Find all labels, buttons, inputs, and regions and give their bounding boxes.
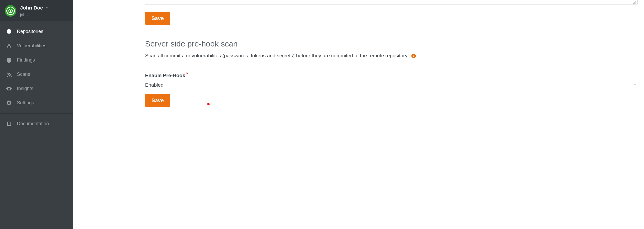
sidebar-item-settings[interactable]: Settings [0,96,73,110]
main-content: Save Server side pre-hook scan Scan all … [73,0,644,229]
sidebar: John Doe john Repositories Vulnerabiliti… [0,0,73,229]
user-names: John Doe john [20,5,49,17]
content-column: Save Server side pre-hook scan Scan all … [145,0,638,107]
sidebar-item-label: Vulnerabilities [17,43,46,49]
section-description-prehook: Scan all commits for vulnerabilites (pas… [145,52,638,60]
sidebar-item-label: Findings [17,57,35,63]
required-marker: * [186,72,188,76]
divider [0,113,73,114]
database-icon [6,29,12,35]
description-text: Scan all commits for vulnerabilites (pas… [145,53,409,58]
chevron-down-icon [45,5,49,11]
annotation-arrow [174,101,211,107]
svg-marker-12 [634,85,636,86]
sidebar-nav: Repositories Vulnerabilities Findings Sc… [0,21,73,131]
svg-rect-3 [9,59,9,59]
warning-icon [6,43,12,49]
svg-rect-2 [9,60,9,61]
user-menu[interactable]: John Doe john [0,0,73,21]
field-label-text: Enable Pre-Hook [145,73,185,78]
field-enable-prehook: Enable Pre-Hook * Enabled Save [145,73,638,107]
sidebar-item-vulnerabilities[interactable]: Vulnerabilities [0,39,73,53]
sidebar-item-label: Settings [17,100,34,106]
username-text: john [20,12,49,17]
user-display-name: John Doe [20,5,49,11]
info-icon [6,57,12,63]
sidebar-item-documentation[interactable]: Documentation [0,117,73,131]
save-button-prehook[interactable]: Save [145,94,170,107]
sidebar-item-repositories[interactable]: Repositories [0,25,73,39]
display-name-text: John Doe [20,5,43,11]
textarea-previous[interactable] [145,0,638,5]
sidebar-item-label: Insights [17,86,33,91]
svg-rect-10 [413,55,414,57]
avatar [5,5,16,17]
svg-rect-11 [413,55,414,55]
sidebar-item-insights[interactable]: Insights [0,82,73,96]
field-label-enable-prehook: Enable Pre-Hook * [145,73,188,78]
gear-icon [6,100,12,106]
eye-icon [6,86,12,92]
info-circle-icon[interactable] [411,53,416,59]
section-heading-prehook: Server side pre-hook scan [145,39,638,48]
rss-icon [6,72,12,77]
save-button-top[interactable]: Save [145,12,170,25]
resize-grip-icon[interactable] [633,0,636,4]
sidebar-item-label: Repositories [17,29,43,34]
caret-down-icon [633,82,637,88]
sidebar-item-scans[interactable]: Scans [0,67,73,82]
sidebar-item-findings[interactable]: Findings [0,53,73,67]
sidebar-item-label: Scans [17,72,30,77]
svg-marker-5 [207,103,211,105]
svg-line-8 [636,3,636,4]
select-value: Enabled [145,82,164,88]
enable-prehook-select[interactable]: Enabled [145,82,638,88]
sidebar-item-label: Documentation [17,121,49,127]
divider [80,66,644,66]
book-icon [6,121,12,127]
